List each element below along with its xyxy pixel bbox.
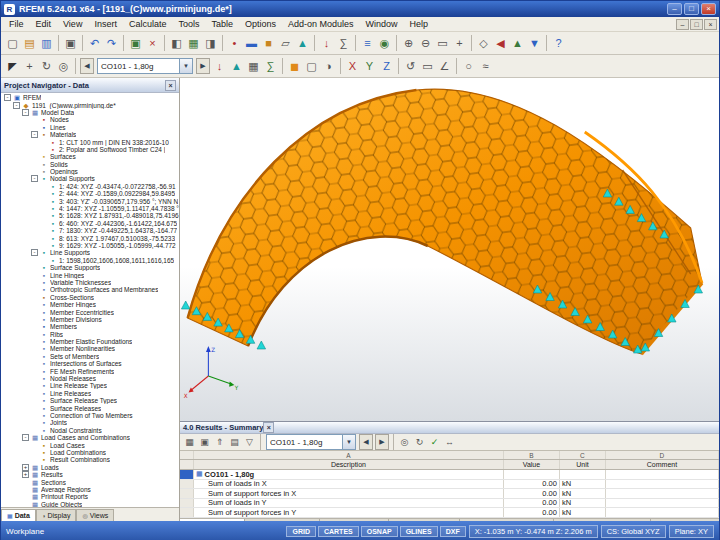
tables-icon[interactable]: ▦ — [185, 34, 202, 53]
check-results-icon[interactable]: ✓ — [427, 435, 442, 450]
tree-item-fe-mesh-refinements[interactable]: ▪FE Mesh Refinements — [2, 367, 179, 374]
filter-icon[interactable]: ▽ — [242, 435, 257, 450]
open-model-icon[interactable]: ▤ — [21, 34, 38, 53]
axis-y-view-icon[interactable]: Y — [361, 57, 378, 76]
undo-icon[interactable]: ↶ — [86, 34, 103, 53]
tree-item-surfaces[interactable]: ▪Surfaces — [2, 153, 179, 160]
load-case-combo[interactable]: CO101 - 1,80g ▼ — [97, 58, 193, 74]
minimize-button[interactable]: – — [667, 3, 682, 15]
tree-item-intersections-of-surfaces[interactable]: ▪Intersections of Surfaces — [2, 360, 179, 367]
menu-calculate[interactable]: Calculate — [123, 18, 173, 30]
tree-expander[interactable]: - — [22, 434, 29, 441]
tree-item-1191-c-www-pirminjung-de[interactable]: -◆1191_(C)www.pirminjung.de* — [2, 101, 179, 108]
show-fe-mesh-icon[interactable]: ▦ — [245, 57, 262, 76]
axis-z-view-icon[interactable]: Z — [378, 57, 395, 76]
results-icon[interactable]: ◉ — [376, 34, 393, 53]
mdi-restore-button[interactable]: □ — [690, 19, 703, 30]
previous-view-icon[interactable]: ↺ — [402, 57, 419, 76]
tree-item-nodal-constraints[interactable]: ▪Nodal Constraints — [2, 427, 179, 434]
tree-item-sections[interactable]: ▦Sections — [2, 478, 179, 485]
tree-item-2-poplar-and-softwood-timber-c24[interactable]: ▪2: Poplar and Softwood Timber C24 | — [2, 146, 179, 153]
statusbar-toggle-grid[interactable]: GRID — [286, 526, 316, 537]
model-scene[interactable]: Z X Y — [180, 78, 719, 421]
zoom-out-icon[interactable]: ⊖ — [417, 34, 434, 53]
menu-file[interactable]: File — [3, 18, 30, 30]
tree-item-printout-reports[interactable]: ▦Printout Reports — [2, 493, 179, 500]
tree-item-model-data[interactable]: -▦Model Data — [2, 109, 179, 116]
tree-item-load-combinations[interactable]: ▪Load Combinations — [2, 449, 179, 456]
table-row[interactable]: ▦CO101 - 1,80g — [180, 470, 719, 480]
statusbar-toggle-cartes[interactable]: CARTES — [318, 526, 359, 537]
result-table-icon[interactable]: ▦ — [182, 435, 197, 450]
tree-expander[interactable]: + — [22, 471, 29, 478]
menu-insert[interactable]: Insert — [88, 18, 123, 30]
view-in-x-icon[interactable]: ◀ — [492, 34, 509, 53]
table-row[interactable]: Sum of support forces in X0.00kN — [180, 489, 719, 499]
new-surface-icon[interactable]: ■ — [260, 34, 277, 53]
visibility-icon[interactable]: ○ — [460, 57, 477, 76]
show-values-icon[interactable]: ∑ — [262, 57, 279, 76]
pan-icon[interactable]: + — [21, 57, 38, 76]
display-properties-icon[interactable]: ≈ — [477, 57, 494, 76]
navigator-tab-display[interactable]: ◑Display — [36, 509, 77, 521]
results-close-icon[interactable]: × — [263, 422, 274, 433]
tree-item-load-cases[interactable]: ▪Load Cases — [2, 441, 179, 448]
panel-icon[interactable]: ◨ — [202, 34, 219, 53]
tree-expander[interactable]: - — [31, 175, 38, 182]
tree-item-nodal-supports[interactable]: -▪Nodal Supports — [2, 175, 179, 182]
row-selector[interactable] — [180, 508, 194, 517]
tree-item-openings[interactable]: ▪Openings — [2, 168, 179, 175]
menu-edit[interactable]: Edit — [30, 18, 58, 30]
tree-item-member-hinges[interactable]: ▪Member Hinges — [2, 301, 179, 308]
statusbar-toggle-osnap[interactable]: OSNAP — [361, 526, 398, 537]
show-supports-icon[interactable]: ▲ — [228, 57, 245, 76]
new-node-icon[interactable]: • — [226, 34, 243, 53]
chevron-down-icon[interactable]: ▼ — [179, 59, 192, 73]
tree-item-loads[interactable]: +▦Loads — [2, 464, 179, 471]
tree-item-2-444-xyz-0-1589-0-0922984-59-8495[interactable]: ▪2: 444: XYZ -0.1589,0.0922984,59.8495 — [2, 190, 179, 197]
menu-table[interactable]: Table — [205, 18, 239, 30]
tree-item-9-1629-xyz-1-05055-1-05999-44-772[interactable]: ▪9: 1629: XYZ -1.05055,-1.05999,-44.772 — [2, 242, 179, 249]
measure-icon[interactable]: ∠ — [436, 57, 453, 76]
tree-item-3-403-yz-0-0390657-179-956-ynn-n[interactable]: ▪3: 403: YZ' -0.0390657,179.956 °; YNN N — [2, 197, 179, 204]
table-row[interactable]: Sum of support forces in Y0.00kN — [180, 508, 719, 518]
close-button[interactable]: × — [701, 3, 716, 15]
new-model-icon[interactable]: ▢ — [4, 34, 21, 53]
chevron-down-icon[interactable]: ▼ — [342, 435, 355, 449]
tree-item-variable-thicknesses[interactable]: ▪Variable Thicknesses — [2, 279, 179, 286]
axis-x-view-icon[interactable]: X — [344, 57, 361, 76]
export-table-icon[interactable]: ⇑ — [212, 435, 227, 450]
tree-item-surface-releases[interactable]: ▪Surface Releases — [2, 404, 179, 411]
statusbar-toggle-dxf[interactable]: DXF — [440, 526, 466, 537]
tree-item-5-1628-xyz-1-87931-0-489018-75-4196[interactable]: ▪5: 1628: XYZ 1.87931,-0.489018,75.4196 — [2, 212, 179, 219]
tree-item-result-combinations[interactable]: ▪Result Combinations — [2, 456, 179, 463]
menu-tools[interactable]: Tools — [172, 18, 205, 30]
isometric-view-icon[interactable]: ◇ — [475, 34, 492, 53]
tree-item-solids[interactable]: ▪Solids — [2, 161, 179, 168]
previous-result-button[interactable]: ◀ — [359, 434, 373, 450]
menu-window[interactable]: Window — [360, 18, 404, 30]
tree-item-joints[interactable]: ▪Joints — [2, 419, 179, 426]
menu-view[interactable]: View — [57, 18, 88, 30]
next-result-button[interactable]: ▶ — [375, 434, 389, 450]
next-load-case-button[interactable]: ▶ — [196, 58, 210, 74]
tree-item-1-424-xyz-0-43474-0-0722758-56-91[interactable]: ▪1: 424: XYZ -0.43474,-0.0722758,-56.91 — [2, 183, 179, 190]
calculate-icon[interactable]: ≡ — [359, 34, 376, 53]
tree-item-line-releases[interactable]: ▪Line Releases — [2, 390, 179, 397]
tree-item-connection-of-two-members[interactable]: ▪Connection of Two Members — [2, 412, 179, 419]
show-loads-icon[interactable]: ↓ — [211, 57, 228, 76]
tree-item-members[interactable]: ▪Members — [2, 323, 179, 330]
navigator-tab-views[interactable]: ◎Views — [76, 509, 114, 521]
copy-icon[interactable]: ▣ — [127, 34, 144, 53]
row-selector[interactable] — [180, 480, 194, 489]
zoom-window-icon[interactable]: ▭ — [434, 34, 451, 53]
load-combination-icon[interactable]: ∑ — [335, 34, 352, 53]
view-in-z-icon[interactable]: ▼ — [526, 34, 543, 53]
pan-view-icon[interactable]: + — [451, 34, 468, 53]
save-icon[interactable]: ▥ — [38, 34, 55, 53]
tree-item-lines[interactable]: ▪Lines — [2, 124, 179, 131]
maximize-button[interactable]: □ — [684, 3, 699, 15]
results-combo[interactable]: CO101 - 1,80g ▼ — [266, 434, 356, 450]
new-line-icon[interactable]: ▬ — [243, 34, 260, 53]
load-case-icon[interactable]: ↓ — [318, 34, 335, 53]
